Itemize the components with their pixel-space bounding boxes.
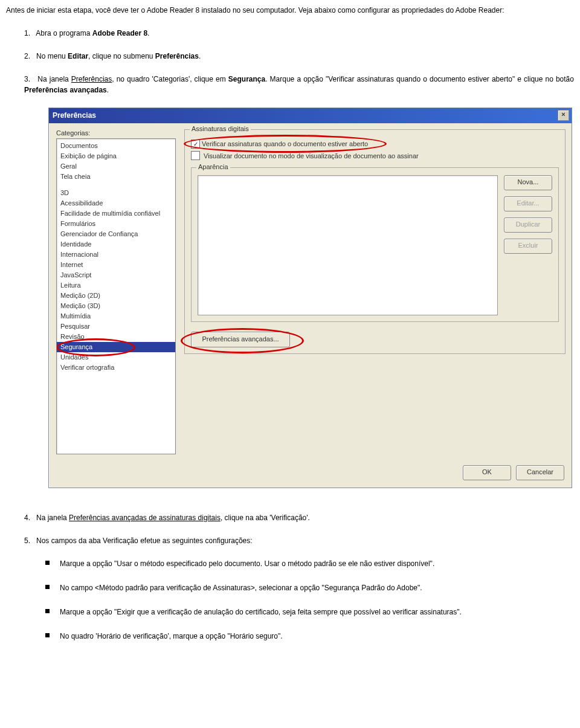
editar-button[interactable]: Editar... [504,196,552,211]
categories-label: Categorias: [56,129,176,137]
close-icon[interactable]: × [558,110,569,121]
step-text: . Marque a opção "Verificar assinaturas … [265,75,574,83]
step-1: 1. Abra o programa Adobe Reader 8. [24,28,574,39]
step-3: 3. Na janela Preferências, no quadro 'Ca… [24,74,574,95]
step-text: No menu [36,52,68,60]
list-item[interactable]: Gerenciador de Confiança [57,229,175,239]
appearance-group: Aparência Nova... Editar... Duplicar Exc… [191,167,559,322]
list-item[interactable]: Tela cheia [57,172,175,182]
dialog-title: Preferências [53,111,96,120]
checkbox-label: Verificar assinaturas quando o documento… [202,140,368,147]
step-number: 2. [24,52,30,60]
list-item[interactable]: Medição (2D) [57,291,175,301]
preferencias-avancadas-button[interactable]: Preferências avançadas... [191,332,290,347]
step-bold: Segurança [228,75,265,83]
step-number: 4. [24,514,30,522]
bullet-item: No quadro 'Horário de verificação', marq… [45,631,574,642]
step-text: Na janela [37,75,71,83]
step-bold: Editar [68,52,88,60]
step-text: Abra o programa [36,29,92,37]
step-number: 5. [24,536,30,545]
step-text: , no quadro 'Categorias', clique em [112,75,228,83]
step-bold: Preferências [155,52,199,60]
excluir-button[interactable]: Excluir [504,239,552,254]
checkbox-label: Visualizar documento no modo de visualiz… [204,152,419,159]
checkbox-icon: ✓ [191,140,200,149]
list-item[interactable]: Formulários [57,219,175,229]
bullet-item: Marque a opção "Exigir que a verificação… [45,607,574,617]
step-text: Na janela [36,514,69,522]
steps-list-2: 4. Na janela Preferências avançadas de a… [24,512,574,546]
titlebar: Preferências × [49,108,572,123]
step-2: 2. No menu Editar, clique no submenu Pre… [24,51,574,62]
step-underline: Preferências avançadas de assinaturas di… [69,514,221,522]
list-item[interactable]: Acessibilidade [57,198,175,208]
step-4: 4. Na janela Preferências avançadas de a… [24,512,574,523]
step-text: , clique no submenu [88,52,155,60]
list-item[interactable]: Internacional [57,250,175,260]
sub-bullets: Marque a opção "Usar o método especifica… [45,558,574,642]
appearance-list[interactable] [198,175,498,315]
checkbox-verify-signatures[interactable]: ✓ Verificar assinaturas quando o documen… [191,138,368,150]
list-item[interactable]: JavaScript [57,270,175,280]
checkbox-view-document[interactable]: Visualizar documento no modo de visualiz… [191,150,559,161]
steps-list: 1. Abra o programa Adobe Reader 8. 2. No… [24,28,574,95]
bullet-item: Marque a opção "Usar o método especifica… [45,558,574,569]
bullet-item: No campo <Método padrão para verificação… [45,582,574,593]
step-text: . [199,52,201,60]
step-text-end: . [147,29,149,37]
duplicar-button[interactable]: Duplicar [504,217,552,233]
step-text: Nos campos da aba Verificação efetue as … [36,536,253,545]
step-bold: Adobe Reader 8 [92,29,147,37]
step-number: 1. [24,29,30,37]
list-item[interactable]: Documentos [57,141,175,151]
intro-paragraph: Antes de iniciar esta etapa, você deve t… [6,5,574,16]
ok-button[interactable]: OK [463,465,511,480]
categories-listbox[interactable]: Documentos Exibição de página Geral Tela… [56,138,176,454]
step-text: . [107,86,109,94]
list-item[interactable]: Verificar ortografia [57,362,175,373]
list-item[interactable]: Revisão [57,332,175,342]
list-item[interactable]: Multimídia [57,311,175,321]
dialog-screenshot: Preferências × Categorias: Documentos Ex… [48,108,574,488]
list-item-selected[interactable]: Segurança [57,342,175,352]
list-item[interactable]: Unidades [57,352,175,362]
group-legend: Assinaturas digitais [190,125,251,132]
step-number: 3. [24,75,30,83]
list-item[interactable]: Exibição de página [57,151,175,161]
list-item[interactable]: Geral [57,161,175,172]
step-underline: Preferências [71,75,112,83]
list-item[interactable]: Facilidade de multimídia confiável [57,208,175,219]
preferences-dialog: Preferências × Categorias: Documentos Ex… [48,108,572,488]
nova-button[interactable]: Nova... [504,175,552,190]
step-text: , clique na aba 'Verificação'. [221,514,310,522]
list-item[interactable]: Pesquisar [57,321,175,332]
list-item[interactable]: Internet [57,260,175,270]
digital-signatures-group: Assinaturas digitais ✓ Verificar assinat… [184,129,566,354]
list-item[interactable]: Identidade [57,239,175,250]
step-5: 5. Nos campos da aba Verificação efetue … [24,535,574,546]
group-legend: Aparência [196,163,230,170]
list-item[interactable]: Medição (3D) [57,301,175,311]
checkbox-icon [191,151,200,160]
list-item[interactable]: Leitura [57,280,175,291]
cancel-button[interactable]: Cancelar [516,465,564,480]
step-bold: Preferências avançadas [24,86,107,94]
list-item[interactable]: 3D [57,188,175,198]
